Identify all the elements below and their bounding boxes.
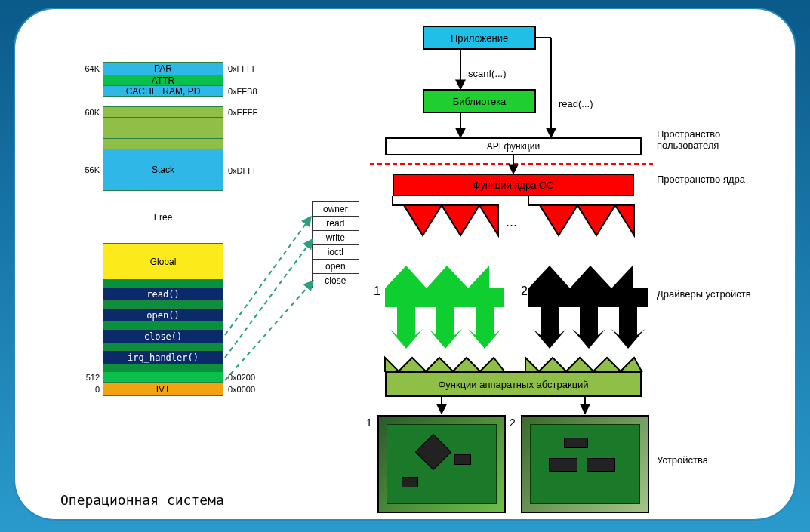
mem-cell: [103, 372, 223, 383]
mem-left-label: [68, 301, 103, 309]
mem-left-label: 60K: [68, 107, 103, 118]
driver-struct-table: ownerreadwriteioctlopenclose: [312, 201, 359, 288]
mem-left-label: [68, 191, 103, 244]
mem-left-label: 64K: [68, 62, 103, 75]
mem-left-label: [68, 322, 103, 330]
mem-right-label: [223, 139, 269, 149]
mem-cell: Global: [103, 244, 223, 280]
mem-cell: [103, 128, 223, 139]
mem-right-label: 0xEFFF: [223, 107, 269, 118]
mem-right-label: [223, 301, 269, 309]
mem-left-label: [68, 128, 103, 139]
mem-cell: Stack: [103, 149, 223, 191]
mem-cell: Free: [103, 191, 223, 244]
mem-cell: [103, 364, 223, 372]
mem-right-label: [223, 322, 269, 330]
mem-right-label: 0xDFFF: [223, 149, 269, 191]
memory-map: 64KPAR0xFFFFATTRCACHE, RAM, PD0xFFB860K0…: [68, 62, 269, 396]
device1-image: [377, 415, 506, 513]
mem-left-label: [68, 86, 103, 97]
mem-cell: [103, 280, 223, 288]
mem-cell: close(): [103, 330, 223, 343]
mem-left-label: [68, 280, 103, 288]
mem-left-label: [68, 364, 103, 372]
mem-left-label: 56K: [68, 149, 103, 191]
mem-cell: IVT: [103, 383, 223, 396]
struct-field: ioctl: [313, 244, 359, 259]
mem-cell: [103, 97, 223, 107]
kernel-box: Функции ядра ОС: [393, 174, 634, 196]
mem-right-label: 0x0000: [223, 383, 269, 396]
device2-num: 2: [510, 417, 516, 429]
mem-right-label: [223, 118, 269, 128]
devices-label: Устройства: [657, 454, 778, 466]
driver2-num: 2: [521, 284, 528, 298]
mem-left-label: [68, 309, 103, 322]
struct-field: write: [313, 230, 359, 244]
mem-right-label: [223, 330, 269, 343]
mem-cell: [103, 343, 223, 351]
mem-cell: [103, 107, 223, 118]
mem-left-label: [68, 75, 103, 86]
ellipsis-label: ...: [506, 214, 517, 230]
mem-left-label: 0: [68, 383, 103, 396]
mem-left-label: [68, 288, 103, 301]
mem-right-label: 0x0200: [223, 372, 269, 383]
mem-right-label: [223, 280, 269, 288]
device2-image: [521, 415, 649, 513]
mem-cell: irq_handler(): [103, 351, 223, 364]
mem-left-label: [68, 118, 103, 128]
mem-left-label: [68, 343, 103, 351]
read-label: read(...): [559, 98, 593, 109]
mem-left-label: [68, 351, 103, 364]
api-box: API функции: [385, 137, 642, 155]
hal-box: Функции аппаратных абстракций: [385, 371, 642, 397]
mem-left-label: [68, 139, 103, 149]
mem-right-label: [223, 128, 269, 139]
struct-field: owner: [313, 202, 359, 216]
mem-left-label: [68, 330, 103, 343]
mem-cell: ATTR: [103, 75, 223, 86]
mem-left-label: 512: [68, 372, 103, 383]
struct-field: read: [313, 216, 359, 230]
device1-num: 1: [366, 417, 372, 429]
mem-cell: open(): [103, 309, 223, 322]
mem-right-label: [223, 351, 269, 364]
mem-right-label: [223, 244, 269, 280]
mem-right-label: [223, 364, 269, 372]
mem-cell: PAR: [103, 62, 223, 75]
library-box: Библиотека: [423, 89, 536, 113]
struct-field: close: [313, 273, 359, 288]
mem-right-label: 0xFFFF: [223, 62, 269, 75]
app-box: Приложение: [423, 26, 536, 50]
mem-left-label: [68, 244, 103, 280]
mem-left-label: [68, 97, 103, 107]
driver1-num: 1: [374, 284, 380, 298]
userspace-label: Пространство пользователя: [657, 128, 778, 151]
mem-cell: [103, 322, 223, 330]
mem-cell: read(): [103, 288, 223, 301]
mem-right-label: [223, 309, 269, 322]
scanf-label: scanf(...): [468, 68, 507, 79]
struct-field: open: [313, 259, 359, 273]
mem-right-label: [223, 191, 269, 244]
mem-cell: [103, 139, 223, 149]
mem-right-label: [223, 288, 269, 301]
drivers-label: Драйверы устройств: [657, 288, 778, 300]
mem-cell: [103, 118, 223, 128]
mem-right-label: [223, 97, 269, 107]
mem-right-label: 0xFFB8: [223, 86, 269, 97]
mem-cell: CACHE, RAM, PD: [103, 86, 223, 97]
mem-right-label: [223, 343, 269, 351]
diagram-title: Операционная система: [60, 492, 224, 508]
mem-right-label: [223, 75, 269, 86]
kernelspace-label: Пространство ядра: [657, 174, 778, 185]
mem-cell: [103, 301, 223, 309]
